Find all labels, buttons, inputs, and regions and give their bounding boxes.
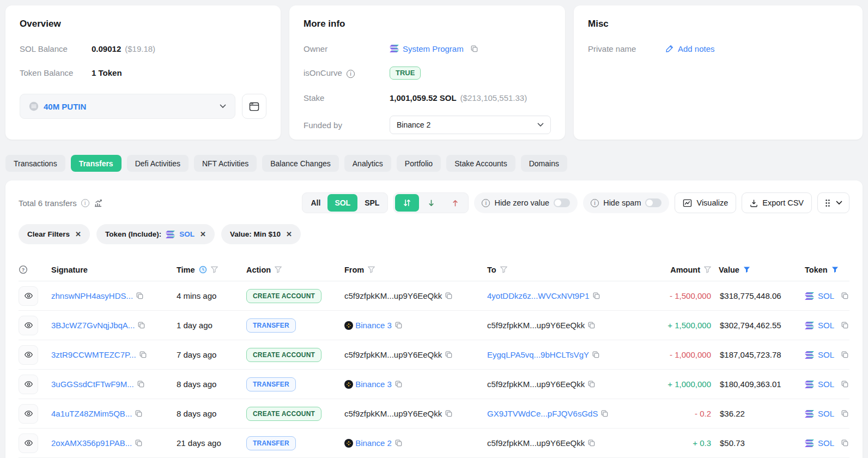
sort-in-button[interactable] <box>419 194 443 212</box>
to-address-link[interactable]: EygqLPA5vq...9bHCLTsVgY <box>487 350 589 359</box>
hide-zero-value-switch[interactable] <box>554 198 570 207</box>
close-icon[interactable]: ✕ <box>200 230 206 238</box>
close-icon[interactable]: ✕ <box>286 230 292 238</box>
funded-by-select[interactable]: Binance 2 <box>390 116 551 134</box>
copy-icon[interactable] <box>445 351 452 358</box>
filter-funnel-icon[interactable] <box>704 266 711 273</box>
stats-chart-icon[interactable] <box>94 199 102 207</box>
info-icon[interactable]: i <box>81 199 89 207</box>
copy-icon[interactable] <box>841 292 848 299</box>
info-icon[interactable]: i <box>347 70 355 78</box>
wallet-view-button[interactable] <box>242 94 266 119</box>
from-address-link[interactable]: Binance 3 <box>355 379 392 389</box>
tab-analytics[interactable]: Analytics <box>344 155 391 172</box>
filter-chip-value-min[interactable]: Value: Min $10✕ <box>221 224 301 244</box>
token-link[interactable]: SOL <box>818 291 834 300</box>
copy-icon[interactable] <box>395 439 402 447</box>
add-notes-link[interactable]: Add notes <box>678 44 715 53</box>
sort-out-button[interactable] <box>443 194 467 212</box>
signature-link[interactable]: 2oxAMX356p91PAB... <box>51 438 132 448</box>
copy-icon[interactable] <box>137 381 144 388</box>
token-link[interactable]: SOL <box>818 321 834 330</box>
column-settings-button[interactable] <box>817 192 849 213</box>
copy-icon[interactable] <box>588 381 595 388</box>
copy-icon[interactable] <box>138 322 145 329</box>
copy-icon[interactable] <box>593 292 600 299</box>
copy-icon[interactable] <box>135 439 142 447</box>
tab-defi-activities[interactable]: Defi Activities <box>127 155 189 172</box>
preview-eye-button[interactable] <box>19 345 38 365</box>
tab-nft-activities[interactable]: NFT Activities <box>194 155 257 172</box>
export-csv-button[interactable]: Export CSV <box>742 192 812 213</box>
hide-spam-switch[interactable] <box>645 198 661 207</box>
token-holdings-dropdown[interactable]: 40M PUTIN <box>20 94 235 119</box>
copy-icon[interactable] <box>588 322 595 329</box>
clock-icon[interactable] <box>199 266 207 274</box>
tab-transfers[interactable]: Transfers <box>71 155 122 172</box>
copy-icon[interactable] <box>841 381 848 388</box>
signature-link[interactable]: 3BJcWZ7GvNqjJbqA... <box>51 321 135 330</box>
owner-link[interactable]: System Program <box>403 44 464 53</box>
copy-icon[interactable] <box>471 45 478 52</box>
signature-link[interactable]: 4a1uTZ48ZMim5QB... <box>51 409 132 418</box>
download-icon <box>750 199 758 207</box>
copy-icon[interactable] <box>592 351 599 358</box>
filter-funnel-icon[interactable] <box>743 266 750 273</box>
preview-eye-button[interactable] <box>19 404 38 424</box>
copy-icon[interactable] <box>136 292 143 299</box>
scope-option-sol[interactable]: SOL <box>327 194 357 212</box>
filter-chip-token-include[interactable]: Token (Include):SOL✕ <box>96 224 215 244</box>
filter-funnel-icon[interactable] <box>211 266 218 273</box>
copy-icon[interactable] <box>841 322 848 329</box>
copy-icon[interactable] <box>139 351 147 358</box>
token-link[interactable]: SOL <box>818 379 834 389</box>
question-icon[interactable]: ? <box>19 265 28 274</box>
filter-funnel-icon[interactable] <box>368 266 375 273</box>
hide-spam-toggle[interactable]: i Hide spam <box>583 192 669 213</box>
tab-domains[interactable]: Domains <box>521 155 567 172</box>
tab-balance-changes[interactable]: Balance Changes <box>262 155 339 172</box>
copy-icon[interactable] <box>395 322 402 329</box>
copy-icon[interactable] <box>841 410 848 417</box>
transfer-row: 3uGGSsdCtFTwF9M...8 days agoTRANSFER Bin… <box>19 370 849 399</box>
solana-icon <box>805 351 814 359</box>
filter-funnel-icon[interactable] <box>831 266 839 273</box>
copy-icon[interactable] <box>135 410 142 417</box>
token-link[interactable]: SOL <box>818 438 834 448</box>
copy-icon[interactable] <box>395 381 402 388</box>
from-address-link[interactable]: Binance 3 <box>355 321 392 330</box>
info-icon: i <box>591 199 599 207</box>
column-header-token: Token <box>805 266 849 274</box>
copy-icon[interactable] <box>841 351 848 358</box>
copy-icon[interactable] <box>601 410 608 417</box>
token-link[interactable]: SOL <box>818 409 834 418</box>
to-address-link[interactable]: 4yotDDkz6z...WVCxNVt9P1 <box>487 291 590 300</box>
signature-link[interactable]: 3ztR9CCWMTEZC7P... <box>51 350 136 359</box>
filter-funnel-icon[interactable] <box>275 266 282 273</box>
amount-value: - 0.2 <box>695 409 711 418</box>
tab-transactions[interactable]: Transactions <box>5 155 65 172</box>
preview-eye-button[interactable] <box>19 375 38 394</box>
from-address-link[interactable]: Binance 2 <box>355 438 392 448</box>
signature-link[interactable]: zhnswNPH4asyHDS... <box>51 291 133 300</box>
tab-portfolio[interactable]: Portfolio <box>397 155 441 172</box>
copy-icon[interactable] <box>445 410 452 417</box>
copy-icon[interactable] <box>588 439 595 447</box>
tab-stake-accounts[interactable]: Stake Accounts <box>446 155 515 172</box>
filter-funnel-icon[interactable] <box>500 266 507 273</box>
copy-icon[interactable] <box>445 292 452 299</box>
signature-link[interactable]: 3uGGSsdCtFTwF9M... <box>51 379 134 389</box>
sort-both-button[interactable] <box>395 194 419 212</box>
preview-eye-button[interactable] <box>19 316 38 335</box>
visualize-button[interactable]: Visualize <box>675 192 736 213</box>
copy-icon[interactable] <box>841 439 848 447</box>
filter-chip-clear-filters[interactable]: Clear Filters✕ <box>19 224 90 244</box>
hide-zero-value-toggle[interactable]: i Hide zero value <box>474 192 578 213</box>
scope-option-spl[interactable]: SPL <box>357 194 386 212</box>
preview-eye-button[interactable] <box>19 433 38 453</box>
to-address-link[interactable]: GX9JTVWdCe...pFJQV6sGdS <box>487 409 598 418</box>
token-link[interactable]: SOL <box>818 350 834 359</box>
scope-option-all[interactable]: All <box>304 194 327 212</box>
close-icon[interactable]: ✕ <box>75 230 81 238</box>
preview-eye-button[interactable] <box>19 286 38 306</box>
